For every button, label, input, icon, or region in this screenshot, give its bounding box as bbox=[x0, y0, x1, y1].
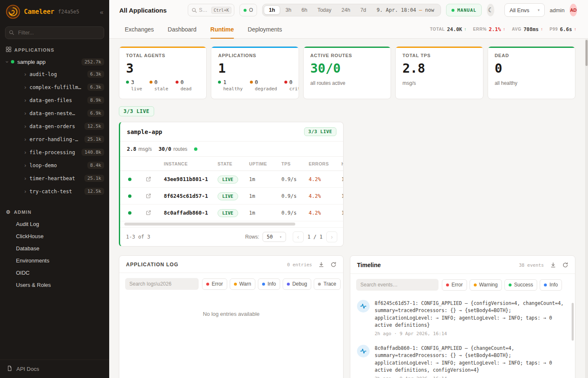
mini-stat-degraded: 0degraded bbox=[250, 79, 277, 92]
manual-refresh-button[interactable]: MANUAL bbox=[446, 4, 482, 16]
sidebar-item-environments[interactable]: Environments bbox=[0, 255, 109, 267]
sidebar-item-error-handling[interactable]: ›error-handling-…25.1k bbox=[0, 133, 109, 146]
page-scrollbar[interactable] bbox=[585, 39, 588, 378]
page-title: All Applications bbox=[119, 7, 167, 14]
tree-item-label: timer-heartbeat bbox=[29, 176, 75, 181]
horizontal-scrollbar[interactable] bbox=[124, 223, 341, 226]
sidebar-item-loop-demo[interactable]: ›loop-demo8.4k bbox=[0, 159, 109, 172]
timeline-title: Timeline bbox=[357, 262, 381, 268]
sidebar-item-audit-log-admin[interactable]: Audit Log bbox=[0, 218, 109, 230]
avatar[interactable]: AD bbox=[570, 4, 577, 16]
sidebar-item-file-processing[interactable]: ›file-processing140.8k bbox=[0, 146, 109, 159]
header-metrics: TOTAL24.0K↑ ERR%2.1%↑ AVG708ms↑ P996.6s↑ bbox=[430, 20, 576, 38]
global-search-input[interactable] bbox=[199, 7, 209, 13]
instance-tps: 0.9/s bbox=[274, 210, 307, 216]
instance-row[interactable]: 8c0affadb860-1 LIVE 1m 0.9/s 4.2% 100% bbox=[120, 205, 343, 221]
card-total-tps: TOTAL TPS 2.8 msg/s bbox=[395, 46, 483, 99]
range-3h[interactable]: 3h bbox=[281, 5, 296, 15]
online-status-pill[interactable]: O bbox=[239, 4, 257, 16]
timeline-header: Timeline 38 events bbox=[350, 256, 575, 274]
application-card-header: sample-app 3/3 LIVE bbox=[120, 122, 343, 142]
range-1h[interactable]: 1h bbox=[264, 5, 280, 15]
sidebar-item-complex-fulfillment[interactable]: ›complex-fulfillm…6.3k bbox=[0, 81, 109, 94]
timeline-type-filters: Error Warning Success Info bbox=[442, 279, 562, 291]
rows-per-page-select[interactable]: 50 ▾ bbox=[262, 232, 286, 242]
filter-chip-info[interactable]: Info bbox=[258, 278, 280, 290]
admin-section-header: ⚙ ADMIN bbox=[0, 203, 109, 218]
sidebar-collapse-button[interactable]: « bbox=[100, 8, 103, 16]
download-icon[interactable] bbox=[318, 262, 324, 268]
global-search[interactable]: Ctrl+K bbox=[188, 4, 234, 16]
instance-id: 43ee9811b801-1 bbox=[157, 176, 212, 182]
sidebar-item-timer-heartbeat[interactable]: ›timer-heartbeat25.1k bbox=[0, 172, 109, 185]
sidebar-filter bbox=[5, 26, 104, 39]
tab-exchanges[interactable]: Exchanges bbox=[125, 20, 154, 38]
range-7d[interactable]: 7d bbox=[356, 5, 371, 15]
instance-id: 8c0affadb860-1 bbox=[157, 210, 212, 216]
card-label: DEAD bbox=[495, 53, 568, 58]
rows-per-page-value: 50 bbox=[267, 234, 273, 240]
timeline-event[interactable]: 8f6245c61d57-1: CONFIG_APPLIED — {config… bbox=[357, 296, 568, 341]
next-page-button[interactable]: › bbox=[326, 231, 337, 242]
tree-item-count: 8.4k bbox=[87, 162, 105, 169]
app-logo-icon bbox=[6, 5, 20, 19]
sidebar-item-oidc[interactable]: OIDC bbox=[0, 267, 109, 279]
filter-chip-info[interactable]: Info bbox=[540, 279, 562, 291]
filter-chip-success[interactable]: Success bbox=[504, 279, 537, 291]
filter-chip-trace[interactable]: Trace bbox=[314, 278, 340, 290]
log-level-filters: Error Warn Info Debug Trace bbox=[202, 278, 341, 290]
sidebar-item-sample-app[interactable]: › sample app 252.7k bbox=[0, 56, 109, 68]
state-badge: LIVE bbox=[218, 176, 238, 184]
filter-chip-error[interactable]: Error bbox=[202, 278, 227, 290]
env-select[interactable]: All Envs ▾ bbox=[504, 3, 545, 17]
instance-row[interactable]: 8f6245c61d57-1 LIVE 1m 0.9/s 4.2% 100% bbox=[120, 188, 343, 205]
refresh-icon[interactable] bbox=[331, 262, 336, 268]
sidebar-item-try-catch-test[interactable]: ›try-catch-test12.5k bbox=[0, 185, 109, 198]
sidebar-item-clickhouse[interactable]: ClickHouse bbox=[0, 230, 109, 242]
instance-row[interactable]: 43ee9811b801-1 LIVE 1m 0.9/s 4.2% 100% bbox=[120, 171, 343, 188]
status-dot bbox=[452, 9, 454, 12]
sidebar-filter-input[interactable] bbox=[5, 26, 104, 39]
app-routes-unit: routes bbox=[173, 146, 187, 152]
tab-runtime[interactable]: Runtime bbox=[210, 20, 234, 38]
timeline-scrollbar-thumb[interactable] bbox=[572, 303, 574, 341]
dark-mode-toggle[interactable]: ☾ bbox=[487, 4, 494, 16]
filter-chip-warning[interactable]: Warning bbox=[470, 279, 502, 291]
mini-stat-stale: 0stale bbox=[150, 79, 168, 92]
card-active-routes: ACTIVE ROUTES 30/0 all routes active bbox=[303, 46, 391, 99]
sidebar-item-users-roles[interactable]: Users & Roles bbox=[0, 279, 109, 291]
external-link-icon[interactable] bbox=[146, 176, 151, 182]
prev-page-button[interactable]: ‹ bbox=[293, 231, 304, 242]
filter-chip-warn[interactable]: Warn bbox=[230, 278, 255, 290]
stat-cards-row: TOTAL AGENTS 3 3live 0stale 0dead APPLIC… bbox=[119, 46, 575, 99]
sidebar-item-database[interactable]: Database bbox=[0, 242, 109, 255]
scrollbar-thumb[interactable] bbox=[585, 40, 588, 66]
trend-up-icon: ↑ bbox=[541, 27, 543, 32]
external-link-icon[interactable] bbox=[146, 193, 151, 199]
sidebar-item-data-gen-orders[interactable]: ›data-gen-orders12.5k bbox=[0, 120, 109, 133]
sidebar-item-data-gen-files[interactable]: ›data-gen-files8.9k bbox=[0, 94, 109, 107]
filter-chip-error[interactable]: Error bbox=[442, 279, 467, 291]
external-link-icon[interactable] bbox=[146, 210, 151, 215]
range-24h[interactable]: 24h bbox=[337, 5, 355, 15]
tab-deployments[interactable]: Deployments bbox=[248, 20, 282, 38]
sidebar-item-audit-log[interactable]: ›audit-log6.3k bbox=[0, 68, 109, 81]
timeline-event[interactable]: 8c0affadb860-1: CONFIG_APPLIED — {change… bbox=[357, 341, 568, 378]
mini-stat-healthy: 1healthy bbox=[218, 79, 242, 92]
card-value: 0 bbox=[495, 61, 568, 76]
filter-chip-debug[interactable]: Debug bbox=[283, 278, 311, 290]
tab-dashboard[interactable]: Dashboard bbox=[168, 20, 197, 38]
api-docs-link[interactable]: API Docs bbox=[0, 360, 109, 378]
refresh-icon[interactable] bbox=[562, 262, 568, 268]
timeline-search-input[interactable] bbox=[356, 279, 438, 291]
log-search-input[interactable] bbox=[125, 278, 199, 290]
caret-down-icon: ▾ bbox=[279, 235, 281, 239]
range-6h[interactable]: 6h bbox=[297, 5, 312, 15]
download-icon[interactable] bbox=[550, 262, 556, 268]
trend-up-icon: ↑ bbox=[464, 27, 466, 32]
sidebar-item-data-gen-nested[interactable]: ›data-gen-neste…6.9k bbox=[0, 107, 109, 120]
app-tps-unit: msg/s bbox=[139, 146, 152, 152]
range-today[interactable]: Today bbox=[313, 5, 336, 15]
chevron-right-icon: › bbox=[24, 163, 26, 168]
scrollbar-thumb[interactable] bbox=[124, 223, 295, 226]
